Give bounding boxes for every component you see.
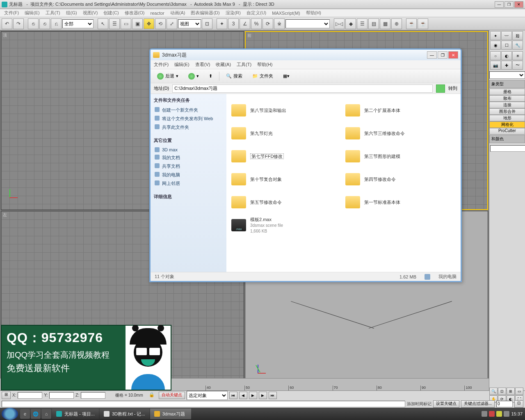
file-item[interactable]: 第一节标准基本体: [344, 191, 458, 214]
files-pane[interactable]: 第八节渲染和输出 第二个扩展基本体 第九节灯光 第六节三维修改命令 第七节FFD…: [226, 94, 461, 272]
snap-angle-button[interactable]: ∠: [240, 18, 250, 29]
ref-coord-system[interactable]: 视图: [178, 19, 201, 28]
play-button[interactable]: ▶: [249, 392, 257, 399]
select-button[interactable]: ↖: [98, 18, 108, 29]
place-mydocs[interactable]: 我的文档: [154, 153, 223, 162]
exp-menu-help[interactable]: 帮助(H): [257, 62, 272, 68]
utilities-tab[interactable]: 🔧: [512, 41, 523, 50]
exp-menu-file[interactable]: 文件(F): [154, 62, 169, 68]
place-mycomputer[interactable]: 我的电脑: [154, 171, 223, 179]
time-config-button[interactable]: ⊡: [514, 400, 523, 408]
menu-group[interactable]: 组(G): [64, 9, 79, 17]
select-region-button[interactable]: ▭: [121, 18, 131, 29]
mirror-button[interactable]: ▷◁: [334, 18, 345, 29]
cat-scatter[interactable]: 散布: [489, 95, 525, 102]
material-button[interactable]: ⊕: [391, 18, 402, 29]
explorer-minimize-button[interactable]: —: [427, 51, 437, 59]
redo-button[interactable]: ↷: [13, 18, 24, 29]
exp-menu-fav[interactable]: 收藏(A): [216, 62, 231, 68]
spinner-snap-button[interactable]: ⟳: [262, 18, 273, 29]
setkey-button[interactable]: 设置关键点: [433, 400, 459, 408]
file-item[interactable]: 第九节灯光: [230, 122, 344, 145]
cat-mesher[interactable]: 网格化: [489, 121, 525, 128]
y-input[interactable]: [49, 392, 74, 399]
task-explorer[interactable]: 3dmax习题: [150, 409, 191, 419]
search-button[interactable]: 🔍搜索: [223, 72, 246, 81]
ql-ie[interactable]: e: [20, 409, 30, 419]
file-item[interactable]: 第八节渲染和输出: [230, 99, 344, 122]
menu-edit[interactable]: 编辑(E): [23, 9, 41, 17]
system-tray[interactable]: 15:37: [479, 411, 525, 417]
undo-button[interactable]: ↶: [2, 18, 12, 29]
file-item[interactable]: 第六节三维修改命令: [344, 122, 458, 145]
select-name-button[interactable]: ☰: [109, 18, 120, 29]
z-input[interactable]: [81, 392, 105, 399]
forward-button[interactable]: ▾: [185, 72, 202, 81]
helpers-icon[interactable]: ✚: [501, 61, 512, 70]
ql-desktop[interactable]: ⌂: [41, 409, 51, 419]
tray-icon[interactable]: [504, 411, 509, 417]
lock-icon[interactable]: 🔒: [149, 392, 157, 399]
file-item[interactable]: 第七节FFD修改: [230, 145, 344, 168]
explorer-titlebar[interactable]: 3dmax习题 — ❐ ✕: [151, 50, 461, 60]
tray-icon[interactable]: [489, 411, 495, 417]
task-newfolder[interactable]: 创建一个新文件夹: [154, 106, 223, 114]
unlink-button[interactable]: ⎋: [39, 18, 50, 29]
move-button[interactable]: ✥: [144, 18, 154, 29]
place-network[interactable]: 网上邻居: [154, 179, 223, 188]
views-button[interactable]: ▦▾: [280, 72, 293, 81]
ql-globe[interactable]: 🌐: [31, 409, 41, 419]
next-frame-button[interactable]: ▶: [259, 392, 267, 399]
place-3dmax[interactable]: 3D max: [154, 146, 223, 153]
scale-button[interactable]: ⤢: [167, 18, 177, 29]
up-button[interactable]: ⬆: [205, 72, 216, 81]
cameras-icon[interactable]: 📷: [490, 61, 501, 70]
snap-3d-button[interactable]: 3: [228, 18, 239, 29]
menu-reactor[interactable]: reactor: [149, 10, 166, 16]
zoom-region-button[interactable]: ▭: [515, 388, 523, 395]
hierarchy-tab[interactable]: ⛓: [512, 31, 523, 40]
menu-modifiers[interactable]: 修改器(O): [123, 9, 146, 17]
maximize-button[interactable]: ❐: [504, 1, 514, 8]
geometry-icon[interactable]: ○: [490, 51, 501, 60]
autokey-button[interactable]: 自动关键点: [159, 392, 185, 399]
object-name-input[interactable]: [490, 145, 525, 152]
cat-shapemerge[interactable]: 图形合并: [489, 108, 525, 115]
cat-terrain[interactable]: 地形: [489, 115, 525, 121]
back-button[interactable]: 后退 ▾: [154, 72, 182, 81]
lights-icon[interactable]: ☀: [512, 51, 523, 60]
menu-tools[interactable]: 工具(T): [44, 9, 62, 17]
create-tab[interactable]: ✦: [490, 31, 501, 40]
category-dropdown[interactable]: [489, 71, 525, 79]
render-scene-button[interactable]: ☕: [406, 18, 417, 29]
selection-filter[interactable]: 全部: [62, 19, 94, 28]
exp-menu-edit[interactable]: 编辑(E): [174, 62, 189, 68]
menu-animation[interactable]: 动画(A): [169, 9, 187, 17]
file-item[interactable]: .max模板2.max3dsmax scene file1,666 KB: [230, 214, 344, 237]
task-notepad[interactable]: 3D教程.txt - 记...: [100, 409, 149, 419]
zoom-button[interactable]: 🔍: [489, 388, 498, 395]
task-share[interactable]: 共享此文件夹: [154, 123, 223, 132]
folders-button[interactable]: 📁文件夹: [249, 72, 276, 81]
menu-help[interactable]: 帮助(H): [304, 9, 323, 17]
pivot-button[interactable]: ⊡: [202, 18, 212, 29]
menu-view[interactable]: 视图(V): [81, 9, 100, 17]
menu-graph[interactable]: 图表编辑器(D): [189, 9, 221, 17]
align-button[interactable]: ◆: [345, 18, 356, 29]
explorer-maximize-button[interactable]: ❐: [438, 51, 447, 59]
named-selection-button[interactable]: ※: [274, 18, 285, 29]
goto-end-button[interactable]: ⏭: [269, 392, 277, 399]
file-item[interactable]: 第二个扩展基本体: [344, 99, 458, 122]
bind-button[interactable]: ⎌: [51, 18, 62, 29]
shapes-icon[interactable]: ◐: [501, 51, 512, 60]
task-3dsmax[interactable]: 无标题 - 项目...: [52, 409, 99, 419]
file-item[interactable]: 第十节复合对象: [230, 168, 344, 191]
link-button[interactable]: ⎋: [28, 18, 39, 29]
rotate-button[interactable]: ⟲: [155, 18, 166, 29]
menu-customize[interactable]: 自定义(U): [245, 9, 268, 17]
snap-percent-button[interactable]: %: [251, 18, 262, 29]
explorer-close-button[interactable]: ✕: [448, 51, 458, 59]
manipulate-button[interactable]: ✦: [217, 18, 227, 29]
quick-render-button[interactable]: ☕: [418, 18, 428, 29]
schematic-button[interactable]: ▦: [380, 18, 390, 29]
